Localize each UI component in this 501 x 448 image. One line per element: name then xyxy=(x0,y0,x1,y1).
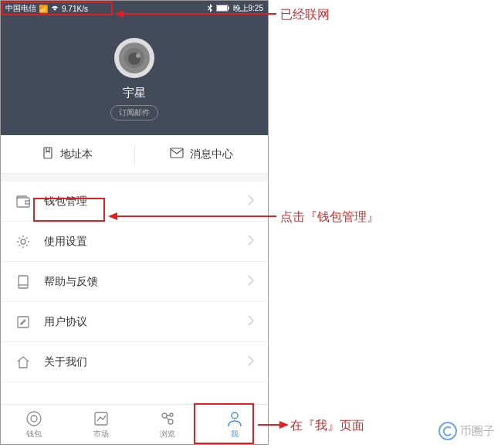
device-icon xyxy=(15,275,32,289)
user-agreement-item[interactable]: 用户协议 xyxy=(1,302,268,342)
nav-label: 钱包 xyxy=(26,429,42,440)
wallet-management-item[interactable]: 钱包管理 xyxy=(1,182,268,222)
annotation-text-me: 在『我』页面 xyxy=(290,418,364,434)
network-speed: 9.71K/s xyxy=(62,5,88,13)
bookmark-icon xyxy=(42,147,54,161)
svg-point-5 xyxy=(136,53,140,58)
wifi-icon xyxy=(50,4,59,13)
watermark: 币圈子 xyxy=(438,422,495,440)
browse-nav-icon xyxy=(159,410,176,427)
svg-rect-13 xyxy=(18,317,29,328)
settings-item[interactable]: 使用设置 xyxy=(1,222,268,262)
svg-marker-26 xyxy=(279,421,289,429)
edit-icon xyxy=(15,315,32,329)
status-time: 晚上9:25 xyxy=(233,3,263,14)
bluetooth-icon xyxy=(208,4,213,14)
profile-header: 宇星 订阅邮件 xyxy=(1,16,268,135)
market-nav-icon xyxy=(93,410,110,427)
bottom-nav: 钱包 市场 浏览 我 xyxy=(1,404,268,444)
nav-label: 浏览 xyxy=(160,429,175,440)
nav-market[interactable]: 市场 xyxy=(68,405,135,444)
wallet-nav-icon xyxy=(25,410,42,427)
menu-label: 帮助与反馈 xyxy=(44,275,248,289)
svg-rect-2 xyxy=(228,6,229,9)
menu-label: 使用设置 xyxy=(44,235,248,249)
nav-label: 市场 xyxy=(93,429,109,440)
watermark-icon xyxy=(438,422,457,440)
chevron-right-icon xyxy=(248,235,254,248)
signal-icon: 📶 xyxy=(39,5,48,13)
chevron-right-icon xyxy=(248,355,254,368)
menu-label: 用户协议 xyxy=(44,315,248,329)
annotation-text-connected: 已经联网 xyxy=(280,7,330,23)
nav-wallet[interactable]: 钱包 xyxy=(1,405,68,444)
menu-label: 钱包管理 xyxy=(44,195,248,209)
about-us-item[interactable]: 关于我们 xyxy=(1,342,268,382)
message-center-button[interactable]: 消息中心 xyxy=(135,135,269,173)
svg-point-19 xyxy=(170,413,173,416)
nav-browse[interactable]: 浏览 xyxy=(134,405,201,444)
svg-rect-7 xyxy=(171,148,183,158)
person-nav-icon xyxy=(226,410,243,427)
message-center-label: 消息中心 xyxy=(190,148,233,161)
chevron-right-icon xyxy=(248,275,254,288)
subscribe-button[interactable]: 订阅邮件 xyxy=(110,105,158,120)
nav-me[interactable]: 我 xyxy=(201,405,269,444)
address-book-button[interactable]: 地址本 xyxy=(1,135,134,173)
annotation-text-wallet: 点击『钱包管理』 xyxy=(280,209,379,226)
svg-rect-1 xyxy=(217,5,227,11)
watermark-text: 币圈子 xyxy=(460,424,495,439)
svg-rect-16 xyxy=(95,412,107,425)
svg-point-15 xyxy=(31,416,37,422)
svg-rect-6 xyxy=(44,148,52,158)
mail-icon xyxy=(170,148,184,161)
svg-rect-11 xyxy=(19,276,28,288)
carrier-label: 中国电信 xyxy=(5,3,36,14)
nav-label: 我 xyxy=(231,429,239,440)
address-book-label: 地址本 xyxy=(60,148,93,161)
svg-point-10 xyxy=(21,239,25,244)
username-label: 宇星 xyxy=(123,86,146,100)
section-gap xyxy=(1,174,268,182)
svg-rect-8 xyxy=(17,198,29,207)
battery-icon xyxy=(216,5,230,13)
wallet-icon xyxy=(15,195,32,208)
home-icon xyxy=(15,355,32,369)
avatar[interactable] xyxy=(114,38,154,78)
help-feedback-item[interactable]: 帮助与反馈 xyxy=(1,262,268,302)
svg-point-20 xyxy=(232,412,238,419)
status-bar: 中国电信 📶 9.71K/s 晚上9:25 xyxy=(1,1,268,16)
svg-point-14 xyxy=(27,412,41,426)
menu-label: 关于我们 xyxy=(44,355,248,369)
chevron-right-icon xyxy=(248,195,254,208)
gear-icon xyxy=(15,235,32,249)
chevron-right-icon xyxy=(248,315,254,328)
